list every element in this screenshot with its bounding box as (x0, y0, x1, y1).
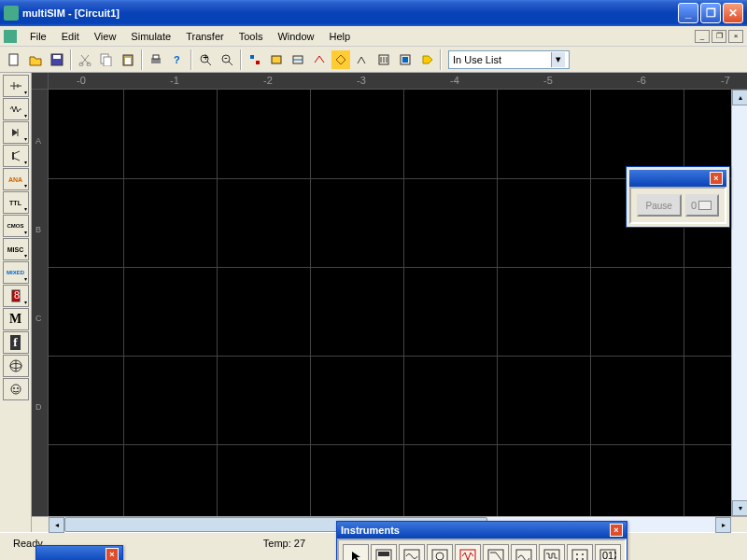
comp-diode[interactable]: ▾ (3, 121, 29, 144)
comp-analog[interactable]: ANA▾ (3, 168, 29, 190)
instrument-logic-analyzer[interactable] (539, 544, 565, 560)
component-toolbar: ▾ ▾ ▾ ▾ ANA▾ TTL▾ CMOS▾ MISC▾ MIXED▾ 8▾ … (0, 73, 32, 532)
instrument-wattmeter[interactable] (427, 544, 453, 560)
cut-button[interactable] (75, 49, 95, 70)
vertical-scrollbar[interactable]: ▴ ▾ (731, 90, 747, 516)
comp-basic[interactable]: ▾ (3, 98, 29, 120)
comp-f[interactable]: f (3, 331, 29, 354)
simulation-controls-panel[interactable]: × Pause 0 1 (626, 166, 730, 228)
tool-8[interactable] (395, 49, 416, 70)
svg-point-55 (582, 553, 584, 555)
simctrl-close-icon[interactable]: × (710, 172, 723, 185)
mdi-restore[interactable]: ❐ (712, 30, 726, 43)
menu-window[interactable]: Window (270, 29, 321, 44)
save-button[interactable] (47, 49, 67, 70)
menu-tools[interactable]: Tools (232, 29, 271, 44)
comp-ttl[interactable]: TTL▾ (3, 191, 29, 214)
run-button[interactable] (416, 49, 437, 70)
comp-transistor[interactable]: ▾ (3, 145, 29, 167)
instrument-dist-analyzer[interactable]: 01X (595, 544, 621, 560)
canvas-area: -0 -1 -2 -3 -4 -5 -6 -7 A B C D (32, 73, 747, 532)
ruler-vertical: A B C D (32, 90, 49, 516)
titlebar: multiSIM - [Circuit1] _ ❐ ✕ (0, 0, 747, 26)
tool-2[interactable] (266, 49, 287, 70)
comp-m[interactable]: M (3, 308, 29, 330)
instrument-wordgen[interactable] (511, 544, 537, 560)
tool-5[interactable] (331, 49, 351, 70)
tool-1[interactable] (245, 49, 265, 70)
maximize-button[interactable]: ❐ (700, 3, 721, 23)
menu-edit[interactable]: Edit (54, 29, 87, 44)
comp-misc[interactable]: MISC▾ (3, 238, 29, 260)
status-temp: Temp: 27 (256, 536, 313, 551)
scroll-right-icon[interactable]: ▸ (715, 517, 731, 533)
mdi-icon (4, 30, 17, 43)
comp-misc2[interactable] (3, 378, 29, 400)
scroll-left-icon[interactable]: ◂ (49, 517, 64, 533)
instruments-titlebar[interactable]: Instruments × (337, 522, 627, 539)
minimize-button[interactable]: _ (678, 3, 698, 23)
svg-rect-49 (460, 550, 475, 560)
instruments-panel[interactable]: Instruments × 01X (336, 521, 627, 560)
user-close-icon[interactable]: × (106, 548, 119, 560)
zoom-out-button[interactable]: - (217, 49, 237, 70)
instrument-logic-conv[interactable] (567, 544, 593, 560)
svg-rect-18 (250, 55, 254, 59)
menu-simulate[interactable]: Simulate (123, 29, 178, 44)
run-switch[interactable]: 0 1 (685, 194, 719, 217)
combo-arrow-icon: ▾ (551, 52, 565, 67)
svg-line-16 (229, 62, 233, 65)
copy-button[interactable] (96, 49, 117, 70)
instruments-close-icon[interactable]: × (610, 524, 623, 537)
tool-4[interactable] (309, 49, 330, 70)
open-button[interactable] (25, 49, 46, 70)
user-panel[interactable]: × User ▴▾ (35, 545, 123, 560)
comp-indicator[interactable]: 8▾ (3, 285, 29, 307)
scroll-up-icon[interactable]: ▴ (732, 90, 747, 105)
app-icon (4, 6, 19, 21)
instrument-bode[interactable] (483, 544, 509, 560)
mdi-close[interactable]: × (728, 30, 743, 43)
paste-button[interactable] (118, 49, 138, 70)
tool-6[interactable] (352, 49, 373, 70)
svg-rect-53 (572, 550, 587, 560)
schematic-canvas[interactable] (49, 90, 731, 516)
svg-rect-6 (104, 57, 111, 66)
svg-rect-47 (432, 550, 447, 560)
svg-rect-0 (9, 54, 18, 65)
svg-rect-19 (256, 61, 260, 64)
scroll-down-icon[interactable]: ▾ (732, 500, 747, 516)
comp-cmos[interactable]: CMOS▾ (3, 215, 29, 237)
menu-file[interactable]: File (22, 29, 54, 44)
svg-point-54 (576, 553, 578, 555)
instrument-funcgen[interactable] (399, 544, 425, 560)
comp-mixed[interactable]: MIXED▾ (3, 261, 29, 284)
new-button[interactable] (4, 49, 24, 70)
svg-rect-28 (402, 57, 408, 63)
svg-point-48 (436, 553, 444, 560)
svg-rect-2 (53, 55, 61, 59)
menu-view[interactable]: View (87, 29, 124, 44)
menu-transfer[interactable]: Transfer (178, 29, 232, 44)
svg-point-42 (13, 387, 15, 389)
tool-7[interactable] (374, 49, 394, 70)
zoom-in-button[interactable]: + (195, 49, 216, 70)
instrument-cursor[interactable] (343, 544, 369, 560)
main-toolbar: ? + - In Use List ▾ (0, 47, 747, 73)
print-button[interactable] (146, 49, 166, 70)
help-button[interactable]: ? (167, 49, 188, 70)
menu-help[interactable]: Help (322, 29, 359, 44)
comp-source[interactable]: ▾ (3, 75, 29, 97)
user-titlebar[interactable]: × (36, 546, 122, 560)
instrument-scope[interactable] (455, 544, 481, 560)
simctrl-titlebar[interactable]: × (629, 170, 726, 187)
close-button[interactable]: ✕ (723, 3, 743, 23)
svg-rect-8 (125, 58, 131, 64)
tool-3[interactable] (288, 49, 308, 70)
instruments-title: Instruments (341, 525, 400, 536)
comp-net[interactable] (3, 355, 29, 377)
instrument-multimeter[interactable] (371, 544, 397, 560)
in-use-list-combo[interactable]: In Use List ▾ (448, 50, 570, 69)
pause-button[interactable]: Pause (637, 194, 682, 217)
mdi-minimize[interactable]: _ (695, 30, 710, 43)
